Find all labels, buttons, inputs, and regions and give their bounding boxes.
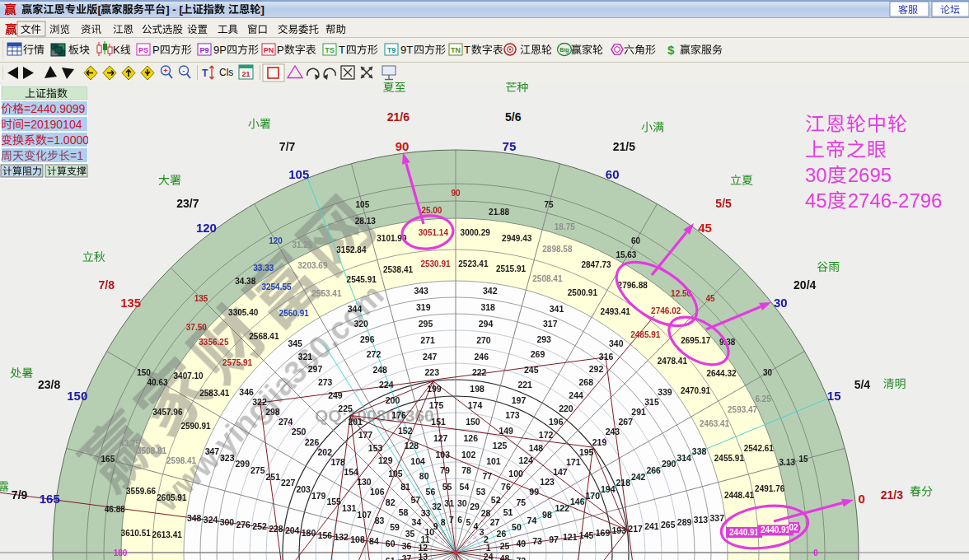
svg-text:270: 270	[476, 335, 491, 345]
svg-text:128: 128	[405, 441, 419, 450]
svg-text:25: 25	[500, 541, 510, 551]
svg-text:171: 171	[566, 457, 581, 467]
svg-text:02: 02	[789, 523, 798, 532]
svg-text:294: 294	[479, 319, 494, 329]
svg-text:T: T	[202, 68, 208, 79]
svg-text:24: 24	[484, 552, 494, 560]
svg-text:150: 150	[67, 389, 87, 403]
svg-text:78: 78	[461, 465, 471, 475]
svg-text:193: 193	[612, 525, 627, 535]
svg-text:125: 125	[493, 441, 508, 450]
svg-text:324: 324	[204, 515, 218, 525]
svg-text:21/5: 21/5	[613, 140, 635, 153]
svg-text:343: 343	[414, 286, 428, 296]
svg-text:153: 153	[368, 443, 383, 453]
svg-text:18.75: 18.75	[555, 222, 575, 231]
svg-text:5/5: 5/5	[715, 197, 732, 210]
svg-text:194: 194	[601, 484, 616, 494]
svg-text:37.50: 37.50	[186, 323, 207, 332]
svg-text:98: 98	[542, 510, 552, 520]
svg-text:90: 90	[451, 189, 461, 198]
svg-text:T9: T9	[387, 46, 396, 54]
svg-text:265: 265	[661, 520, 676, 530]
svg-text:3000.29: 3000.29	[461, 228, 491, 237]
svg-text:155: 155	[326, 497, 341, 506]
svg-text:2448.41: 2448.41	[724, 491, 755, 500]
svg-text:247: 247	[423, 352, 438, 362]
svg-text:15: 15	[799, 455, 809, 464]
svg-text:51: 51	[503, 507, 513, 517]
svg-text:3457.96: 3457.96	[152, 408, 183, 417]
svg-text:227: 227	[281, 478, 296, 488]
svg-text:21: 21	[241, 70, 250, 78]
svg-text:23/8: 23/8	[38, 378, 60, 391]
svg-text:75: 75	[516, 497, 526, 507]
svg-text:TS: TS	[325, 46, 335, 54]
svg-text:=1: =1	[70, 149, 83, 162]
svg-text:2598.41: 2598.41	[166, 456, 197, 465]
svg-text:108: 108	[350, 534, 365, 544]
svg-text:60: 60	[606, 167, 620, 181]
svg-text:46.88: 46.88	[105, 505, 125, 514]
svg-text:2530.91: 2530.91	[420, 259, 451, 268]
svg-text:228: 228	[269, 524, 283, 534]
svg-text:337: 337	[710, 513, 725, 523]
svg-text:267: 267	[619, 417, 634, 427]
svg-text:203: 203	[296, 484, 311, 494]
svg-text:74: 74	[527, 516, 537, 525]
svg-text:345: 345	[288, 338, 302, 348]
svg-text:222: 222	[472, 367, 487, 377]
svg-text:2478.41: 2478.41	[658, 357, 688, 366]
svg-text:6.25: 6.25	[755, 394, 771, 404]
svg-text:28: 28	[481, 508, 491, 518]
svg-text:-: -	[183, 67, 185, 75]
svg-text:150: 150	[137, 368, 151, 377]
svg-text:200: 200	[386, 395, 400, 405]
svg-text:2605.91: 2605.91	[157, 493, 187, 502]
svg-text:313: 313	[694, 515, 709, 525]
svg-text:50: 50	[512, 522, 522, 532]
svg-text:226: 226	[305, 437, 320, 447]
svg-text:197: 197	[512, 395, 527, 405]
svg-text:300: 300	[220, 517, 235, 527]
svg-text:33.33: 33.33	[253, 264, 274, 273]
svg-text:178: 178	[330, 457, 345, 467]
svg-text:3.13: 3.13	[779, 458, 796, 467]
svg-text:322: 322	[252, 397, 267, 407]
svg-text:204: 204	[285, 525, 300, 535]
svg-text:75: 75	[545, 200, 555, 209]
svg-text:296: 296	[360, 334, 375, 344]
svg-text:165: 165	[40, 492, 60, 506]
svg-text:76: 76	[501, 482, 511, 492]
svg-text:0: 0	[859, 492, 865, 506]
svg-text:348: 348	[187, 513, 202, 523]
svg-text:45: 45	[698, 221, 712, 235]
svg-text:49: 49	[516, 539, 526, 548]
svg-text:30: 30	[763, 368, 773, 377]
svg-text:45: 45	[705, 294, 715, 303]
svg-text:346: 346	[239, 387, 254, 397]
svg-text:269: 269	[531, 349, 545, 359]
svg-text:P: P	[152, 44, 160, 56]
svg-text:225: 225	[338, 404, 353, 413]
svg-text:341: 341	[550, 304, 564, 314]
svg-text:102: 102	[461, 450, 476, 460]
svg-text:73: 73	[532, 536, 542, 546]
svg-text:123: 123	[540, 477, 555, 487]
svg-text:132: 132	[334, 532, 349, 542]
svg-text:120: 120	[196, 221, 217, 235]
svg-text:25.00: 25.00	[421, 206, 442, 215]
svg-text:174: 174	[468, 400, 483, 410]
svg-text:21/6: 21/6	[387, 110, 410, 124]
svg-text:218: 218	[616, 478, 631, 488]
svg-text:5: 5	[466, 517, 470, 527]
svg-text:248: 248	[372, 365, 387, 375]
svg-text:104: 104	[410, 456, 425, 466]
svg-text:154: 154	[344, 467, 358, 477]
svg-text:26: 26	[497, 529, 507, 539]
svg-text:320: 320	[353, 319, 368, 329]
svg-text:99: 99	[529, 487, 539, 497]
svg-text:30: 30	[457, 498, 467, 508]
svg-text:84: 84	[369, 536, 379, 546]
svg-text:266: 266	[646, 465, 661, 475]
